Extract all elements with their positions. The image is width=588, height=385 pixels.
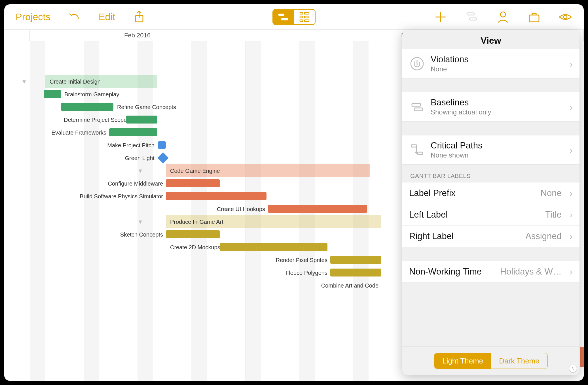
task-bar[interactable]	[166, 179, 220, 187]
svg-rect-1	[278, 14, 284, 16]
chevron-right-icon: ›	[570, 209, 573, 220]
task-bar[interactable]	[166, 230, 220, 238]
svg-point-13	[564, 15, 567, 19]
task-bar[interactable]	[126, 116, 157, 124]
chevron-right-icon: ›	[570, 144, 573, 156]
gantt-view-icon[interactable]	[273, 10, 294, 24]
add-icon[interactable]	[433, 10, 448, 24]
svg-rect-15	[412, 103, 420, 106]
briefcase-icon[interactable]	[527, 10, 541, 24]
task-bar-offscreen	[580, 347, 584, 367]
svg-rect-9	[467, 13, 474, 15]
svg-rect-3	[300, 12, 303, 14]
outline-view-icon[interactable]	[294, 10, 315, 24]
chevron-right-icon: ›	[570, 266, 573, 277]
svg-rect-16	[414, 108, 423, 111]
row-subtitle: None shown	[431, 151, 562, 159]
violations-row[interactable]: Violations None ›	[402, 49, 579, 78]
disclosure-icon[interactable]: ▼	[138, 168, 146, 174]
light-theme-button[interactable]: Light Theme	[434, 353, 491, 369]
non-working-time-row[interactable]: Non-Working Time Holidays & W… ›	[402, 261, 579, 282]
task-label: Create 2D Mockups	[170, 244, 220, 251]
task-label: Evaluate Frameworks	[50, 129, 106, 136]
edit-button[interactable]: Edit	[99, 11, 115, 22]
resize-handle-icon[interactable]: ⤡	[569, 365, 577, 372]
milestone[interactable]	[157, 152, 169, 163]
task-bar[interactable]	[330, 256, 381, 264]
person-icon[interactable]	[496, 10, 510, 24]
task-bar[interactable]	[268, 205, 367, 213]
row-subtitle: None	[431, 65, 562, 73]
right-label-row[interactable]: Right Label Assigned ›	[402, 226, 579, 247]
row-title: Left Label	[409, 210, 448, 220]
row-value: Holidays & W…	[500, 267, 562, 277]
share-icon[interactable]	[132, 10, 146, 24]
task-bar[interactable]	[220, 243, 327, 251]
svg-point-11	[500, 12, 505, 17]
chevron-right-icon: ›	[570, 231, 573, 242]
svg-rect-7	[304, 16, 309, 18]
task-bar[interactable]	[166, 192, 266, 200]
row-value: Title	[545, 210, 561, 220]
label-prefix-row[interactable]: Label Prefix None ›	[402, 182, 579, 204]
task-label: Produce In-Game Art	[170, 219, 223, 225]
section-header: GANTT BAR LABELS	[402, 165, 579, 182]
chevron-right-icon: ›	[570, 101, 573, 112]
row-title: Baselines	[431, 97, 562, 108]
task-label: Brainstorm Gameplay	[64, 91, 119, 98]
svg-rect-2	[281, 18, 288, 20]
row-subtitle: Showing actual only	[431, 108, 562, 116]
hand-icon	[409, 56, 425, 72]
task-label: Create Initial Design	[50, 78, 101, 85]
svg-rect-17	[411, 145, 416, 147]
svg-rect-4	[300, 16, 303, 18]
projects-button[interactable]: Projects	[16, 11, 50, 22]
task-label: Determine Project Scope	[64, 117, 123, 123]
baselines-icon	[409, 99, 425, 115]
row-title: Right Label	[409, 231, 454, 241]
svg-rect-12	[529, 15, 539, 22]
task-label: Create UI Hookups	[208, 206, 265, 212]
svg-rect-5	[300, 20, 303, 22]
task-label: Fleece Polygons	[274, 270, 327, 276]
svg-rect-18	[418, 152, 423, 154]
row-title: Critical Paths	[431, 141, 562, 151]
view-mode-segmented[interactable]	[272, 9, 316, 25]
task-label: Combine Art and Code	[319, 282, 378, 289]
view-popover: View Violations None › Baselines	[402, 30, 579, 375]
baselines-row[interactable]: Baselines Showing actual only ›	[402, 92, 579, 122]
row-title: Violations	[431, 54, 562, 65]
task-label: Code Game Engine	[170, 168, 220, 174]
task-bar[interactable]	[109, 128, 157, 136]
critical-path-icon	[409, 142, 425, 158]
row-title: Label Prefix	[409, 188, 456, 198]
task-label: Sketch Concepts	[115, 231, 163, 238]
task-label: Green Light	[118, 155, 155, 161]
toolbar: Projects Edit	[4, 4, 584, 30]
chevron-right-icon: ›	[570, 188, 573, 199]
task-bar[interactable]	[61, 103, 113, 111]
theme-segmented[interactable]: Light Theme Dark Theme	[434, 353, 548, 369]
critical-paths-row[interactable]: Critical Paths None shown ›	[402, 135, 579, 165]
eye-icon[interactable]	[558, 10, 572, 24]
undo-icon[interactable]	[67, 10, 82, 24]
month-label: Feb 2016	[30, 30, 245, 41]
disclosure-icon[interactable]: ▼	[138, 219, 146, 225]
dark-theme-button[interactable]: Dark Theme	[491, 353, 547, 369]
left-label-row[interactable]: Left Label Title ›	[402, 204, 579, 226]
row-value: Assigned	[525, 231, 562, 241]
svg-rect-10	[469, 18, 477, 20]
svg-rect-6	[304, 12, 309, 14]
task-label: Refine Game Concepts	[117, 104, 176, 110]
chevron-right-icon: ›	[570, 58, 573, 69]
task-label: Configure Middleware	[103, 180, 163, 187]
tasks-icon[interactable]	[465, 10, 479, 24]
task-label: Render Pixel Sprites	[274, 257, 327, 263]
disclosure-icon[interactable]: ▼	[4, 78, 30, 85]
task-label: Make Project Pitch	[106, 142, 155, 149]
row-value: None	[541, 188, 562, 198]
task-bar[interactable]	[44, 90, 61, 98]
milestone[interactable]	[158, 141, 166, 149]
popover-title: View	[402, 30, 579, 49]
task-bar[interactable]	[330, 269, 381, 276]
